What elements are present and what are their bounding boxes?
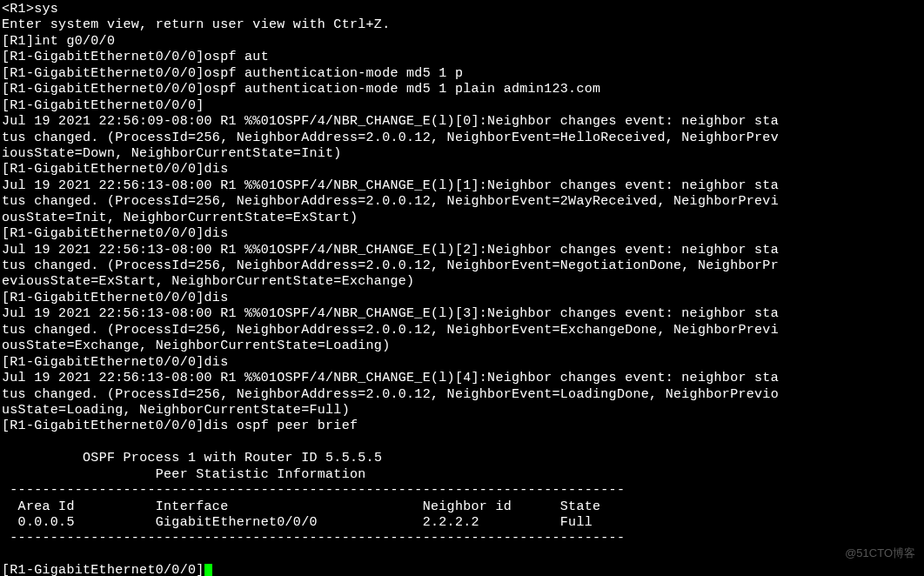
terminal-output[interactable]: <R1>sys Enter system view, return user v… (0, 0, 924, 576)
watermark-text: @51CTO博客 (845, 546, 915, 560)
terminal-text: <R1>sys Enter system view, return user v… (2, 2, 779, 576)
cursor-block (204, 564, 212, 576)
